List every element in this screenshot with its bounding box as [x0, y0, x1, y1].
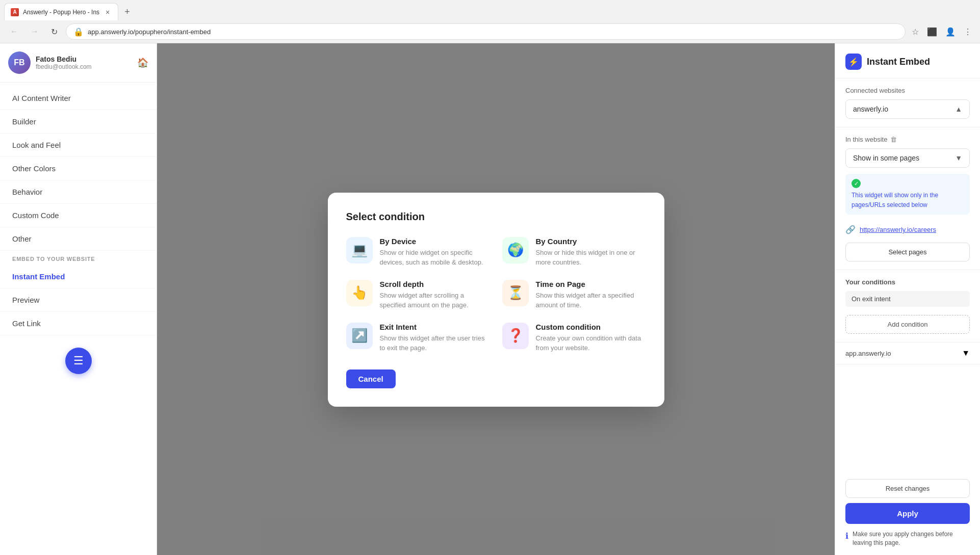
- in-this-website-section: In this website 🗑 Show in some pages ▼ ✓…: [835, 127, 980, 270]
- custom-condition-desc: Create your own condition with data from…: [536, 333, 646, 353]
- sidebar-item-other-colors[interactable]: Other Colors: [0, 157, 157, 180]
- chevron-up-icon: ▲: [955, 105, 962, 113]
- sidebar-item-ai-content-writer[interactable]: AI Content Writer: [0, 87, 157, 110]
- panel-title: Instant Embed: [867, 57, 930, 67]
- right-panel: ⚡ Instant Embed Connected websites answe…: [835, 43, 980, 555]
- link-text[interactable]: https://answerly.io/careers: [860, 226, 936, 233]
- condition-grid: 💻 By Device Show or hide widget on speci…: [346, 237, 646, 353]
- sidebar-nav: AI Content Writer Builder Look and Feel …: [0, 83, 157, 339]
- lightning-icon: ⚡: [848, 57, 859, 67]
- time-on-page-title: Time on Page: [536, 280, 646, 288]
- by-device-title: By Device: [380, 237, 490, 246]
- browser-chrome: A Answerly - Popup Hero - Ins × + ← → ↻ …: [0, 0, 980, 43]
- condition-card-time-on-page[interactable]: ⏳ Time on Page Show this widget after a …: [502, 280, 646, 310]
- select-pages-button[interactable]: Select pages: [845, 243, 970, 261]
- tab-favicon: A: [11, 8, 19, 16]
- condition-card-by-device[interactable]: 💻 By Device Show or hide widget on speci…: [346, 237, 490, 268]
- menu-button[interactable]: ⋮: [962, 25, 974, 39]
- apply-button[interactable]: Apply: [845, 503, 970, 524]
- scroll-depth-title: Scroll depth: [380, 280, 490, 288]
- device-icon-wrap: 💻: [346, 237, 373, 263]
- condition-card-custom[interactable]: ❓ Custom condition Create your own condi…: [502, 323, 646, 353]
- embed-section-label: EMBED TO YOUR WEBSITE: [0, 251, 157, 265]
- condition-card-scroll-depth[interactable]: 👆 Scroll depth Show widget after scrolli…: [346, 280, 490, 310]
- url-text: app.answerly.io/popuphero/instant-embed: [88, 28, 898, 36]
- new-tab-button[interactable]: +: [120, 5, 134, 19]
- cancel-button[interactable]: Cancel: [346, 369, 396, 388]
- website-dropdown[interactable]: answerly.io ▲: [845, 99, 970, 119]
- main-content: Select condition 💻 By Device Show or hid…: [157, 43, 835, 555]
- menu-icon: ☰: [73, 354, 84, 367]
- profile-button[interactable]: 👤: [943, 25, 958, 39]
- tab-label: Answerly - Popup Hero - Ins: [23, 9, 99, 16]
- forward-button[interactable]: →: [27, 25, 43, 38]
- sidebar-item-other[interactable]: Other: [0, 227, 157, 251]
- conditions-label: Your conditions: [845, 278, 970, 286]
- sidebar: FB Fatos Bediu fbediu@outlook.com 🏠 AI C…: [0, 43, 157, 555]
- sidebar-item-instant-embed[interactable]: Instant Embed: [0, 265, 157, 288]
- info-notice-text: Make sure you apply changes before leavi…: [853, 530, 970, 547]
- user-section: FB Fatos Bediu fbediu@outlook.com 🏠: [0, 43, 157, 83]
- active-tab[interactable]: A Answerly - Popup Hero - Ins ×: [4, 3, 118, 20]
- exit-icon: ↗️: [351, 328, 368, 343]
- user-name: Fatos Bediu: [36, 55, 132, 63]
- trash-icon[interactable]: 🗑: [890, 136, 897, 143]
- panel-icon: ⚡: [845, 54, 862, 70]
- custom-condition-title: Custom condition: [536, 323, 646, 331]
- condition-card-exit-intent[interactable]: ↗️ Exit Intent Show this widget after th…: [346, 323, 490, 353]
- modal-footer: Cancel: [346, 369, 646, 388]
- condition-card-by-country[interactable]: 🌍 By Country Show or hide this widget in…: [502, 237, 646, 268]
- panel-header: ⚡ Instant Embed: [835, 43, 980, 78]
- tab-close-button[interactable]: ×: [104, 7, 112, 17]
- info-box-text: This widget will show only in the pages/…: [852, 192, 938, 208]
- scroll-icon: 👆: [351, 285, 368, 301]
- sidebar-item-get-link[interactable]: Get Link: [0, 312, 157, 335]
- reload-button[interactable]: ↻: [47, 25, 62, 39]
- exit-intent-desc: Show this widget after the user tries to…: [380, 333, 490, 353]
- exit-intent-title: Exit Intent: [380, 323, 490, 331]
- avatar: FB: [8, 51, 31, 74]
- exit-icon-wrap: ↗️: [346, 323, 373, 349]
- in-this-website-label: In this website 🗑: [845, 136, 970, 143]
- time-icon: ⏳: [507, 285, 524, 301]
- modal-title: Select condition: [346, 211, 646, 223]
- sidebar-item-look-and-feel[interactable]: Look and Feel: [0, 134, 157, 157]
- sidebar-item-preview[interactable]: Preview: [0, 288, 157, 312]
- by-country-title: By Country: [536, 237, 646, 246]
- external-link-icon: 🔗: [845, 225, 856, 234]
- info-icon: ℹ: [845, 531, 848, 541]
- collapsed-website-name: app.answerly.io: [845, 350, 891, 357]
- bookmark-button[interactable]: ☆: [910, 25, 921, 39]
- by-device-desc: Show or hide widget on specific devices,…: [380, 248, 490, 268]
- fab-button[interactable]: ☰: [65, 348, 92, 374]
- extension-button[interactable]: ⬛: [925, 25, 939, 39]
- reset-changes-button[interactable]: Reset changes: [845, 479, 970, 498]
- back-button[interactable]: ←: [6, 25, 22, 38]
- scroll-depth-desc: Show widget after scrolling a specified …: [380, 290, 490, 310]
- check-icon: ✓: [852, 179, 861, 188]
- device-icon: 💻: [351, 242, 368, 258]
- custom-icon-wrap: ❓: [502, 323, 529, 349]
- panel-footer: Reset changes Apply ℹ Make sure you appl…: [835, 471, 980, 555]
- country-icon: 🌍: [507, 242, 524, 258]
- sidebar-item-custom-code[interactable]: Custom Code: [0, 204, 157, 227]
- show-option-dropdown[interactable]: Show in some pages ▼: [845, 148, 970, 168]
- sidebar-item-behavior[interactable]: Behavior: [0, 180, 157, 204]
- url-link-item: 🔗 https://answerly.io/careers: [845, 221, 970, 239]
- avatar-initials: FB: [14, 58, 24, 67]
- url-bar[interactable]: 🔒 app.answerly.io/popuphero/instant-embe…: [66, 23, 906, 40]
- home-icon[interactable]: 🏠: [137, 57, 148, 68]
- connected-websites-section: Connected websites answerly.io ▲: [835, 78, 980, 127]
- country-icon-wrap: 🌍: [502, 237, 529, 263]
- add-condition-button[interactable]: Add condition: [845, 315, 970, 334]
- sidebar-item-builder[interactable]: Builder: [0, 110, 157, 134]
- user-email: fbediu@outlook.com: [36, 63, 132, 70]
- chevron-down-icon: ▼: [962, 349, 970, 358]
- scroll-icon-wrap: 👆: [346, 280, 373, 306]
- collapsed-website-item[interactable]: app.answerly.io ▼: [835, 342, 980, 364]
- time-on-page-desc: Show this widget after a specified amoun…: [536, 290, 646, 310]
- connected-websites-label: Connected websites: [845, 87, 970, 94]
- chevron-down-icon: ▼: [955, 154, 962, 162]
- custom-icon: ❓: [507, 328, 524, 343]
- modal-overlay[interactable]: Select condition 💻 By Device Show or hid…: [157, 43, 835, 555]
